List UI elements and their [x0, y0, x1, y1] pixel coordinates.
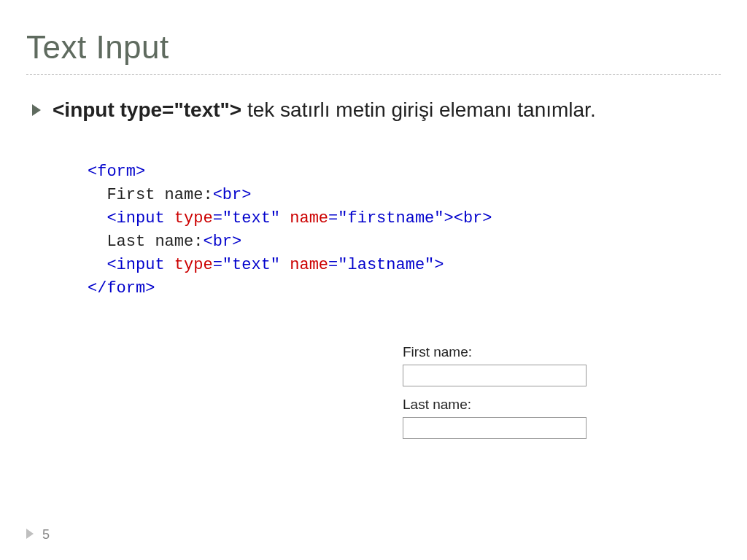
first-name-label: First name:	[403, 344, 587, 360]
code-token: <input	[88, 209, 174, 228]
footer-triangle-icon	[26, 527, 35, 542]
code-token: "text"	[222, 256, 280, 274]
page-number: 5	[42, 527, 50, 542]
code-token: type	[174, 256, 213, 274]
code-token: type	[174, 209, 213, 228]
code-token: name	[290, 256, 328, 274]
code-token: =	[213, 209, 222, 228]
code-token: "lastname"	[338, 256, 434, 274]
code-token: <br>	[454, 209, 492, 228]
code-token: name	[290, 209, 328, 228]
code-token	[280, 209, 290, 228]
code-token: First name:	[88, 186, 213, 204]
code-token: >	[444, 209, 454, 228]
code-token	[280, 256, 290, 274]
slide-footer: 5	[26, 527, 50, 542]
bullet-description: tek satırlı metin girişi elemanı tanımla…	[241, 98, 596, 121]
code-token: </form>	[88, 279, 155, 298]
bullet-text: <input type="text"> tek satırlı metin gi…	[53, 96, 596, 124]
first-name-input[interactable]	[403, 365, 587, 386]
slide-title: Text Input	[26, 29, 721, 66]
code-example: <form> First name:<br> <input type="text…	[88, 160, 721, 300]
bullet-item: <input type="text"> tek satırlı metin gi…	[26, 96, 721, 124]
code-token: Last name:	[88, 233, 203, 251]
code-token: =	[213, 256, 222, 274]
last-name-input[interactable]	[403, 417, 587, 439]
code-token: <input	[88, 256, 174, 274]
bullet-code-literal: <input type="text">	[53, 98, 241, 121]
code-token: "firstname"	[338, 209, 444, 228]
last-name-label: Last name:	[403, 397, 587, 413]
code-token: "text"	[222, 209, 280, 228]
title-divider	[26, 74, 721, 75]
form-preview: First name: Last name:	[403, 344, 587, 449]
code-token: <form>	[88, 163, 145, 181]
bullet-triangle-icon	[32, 104, 42, 119]
code-token: <br>	[203, 233, 241, 251]
code-token: =	[328, 256, 338, 274]
code-token: =	[328, 209, 338, 228]
svg-marker-1	[26, 529, 34, 539]
code-token: >	[434, 256, 444, 274]
svg-marker-0	[32, 104, 41, 116]
code-token: <br>	[213, 186, 252, 204]
